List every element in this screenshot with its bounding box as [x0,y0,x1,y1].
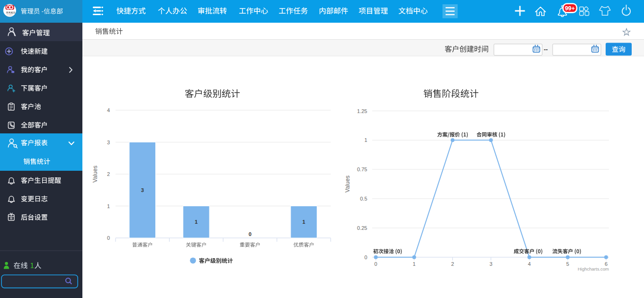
svg-text:0.75: 0.75 [357,167,367,172]
svg-text:3: 3 [490,261,492,267]
svg-text:1: 1 [364,137,367,143]
svg-text:2: 2 [107,171,110,177]
svg-text:0: 0 [364,254,367,260]
svg-text:--: -- [544,46,548,53]
svg-text:0.25: 0.25 [357,225,367,231]
svg-text:0: 0 [249,231,251,237]
svg-text:1: 1 [413,261,416,267]
svg-text:99+: 99+ [565,5,575,12]
svg-text:0: 0 [107,235,110,241]
svg-text:0.5: 0.5 [360,196,367,202]
svg-text:1: 1 [195,219,197,225]
svg-text:1: 1 [303,219,305,225]
svg-text:Values: Values [92,166,98,183]
svg-text:5: 5 [566,261,569,267]
svg-text:1.25: 1.25 [357,108,367,114]
svg-text:4: 4 [528,261,531,267]
svg-text:2: 2 [451,261,454,267]
svg-text:4: 4 [107,107,110,113]
svg-text:3: 3 [141,187,144,193]
svg-text:1: 1 [107,203,110,209]
svg-text:Highcharts.com: Highcharts.com [578,266,609,272]
svg-text:POWER: POWER [7,14,13,16]
svg-text:3: 3 [107,140,110,145]
svg-text:0: 0 [375,261,377,267]
svg-text:Values: Values [344,175,351,193]
